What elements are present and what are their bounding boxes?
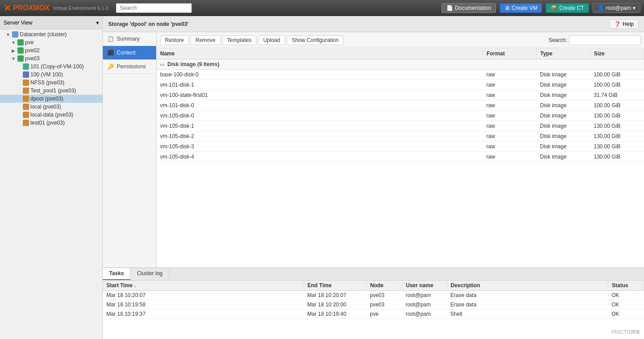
left-nav: 📋 Summary ⬛ Content 🔑 Permissions <box>103 32 157 268</box>
group-row-disk-image[interactable]: ▭ Disk image (9 Items) <box>157 59 644 70</box>
nav-item-permissions[interactable]: 🔑 Permissions <box>103 60 156 74</box>
ct-icon: 📦 <box>551 5 557 11</box>
sidebar-item-testpool1[interactable]: Test_pool1 (pve03) <box>0 87 102 95</box>
log-col-node[interactable]: Node <box>366 280 402 291</box>
show-config-button[interactable]: Show Configuration <box>287 35 343 45</box>
log-cell-status: OK <box>608 310 644 319</box>
sidebar-item-101[interactable]: 101 (Copy-of-VM-100) <box>0 63 102 71</box>
sidebar-item-100[interactable]: 100 (VM 100) <box>0 71 102 79</box>
help-button[interactable]: ❓ Help <box>609 19 639 29</box>
nav-item-content[interactable]: ⬛ Content <box>103 46 156 60</box>
sidebar-item-pve03[interactable]: ▼ pve03 <box>0 54 102 63</box>
logo-icon: ✕ <box>4 3 11 13</box>
table-row[interactable]: base-100-disk-0 raw Disk image 100.00 Gi… <box>157 70 644 80</box>
cell-name: vm-105-disk-2 <box>157 131 483 142</box>
right-content: Restore Remove Templates Upload Show Con… <box>157 32 644 268</box>
sidebar-item-dpool[interactable]: dpool (pve03) <box>0 95 102 103</box>
content-search-input[interactable] <box>569 35 640 45</box>
log-cell-desc: Shell <box>447 310 608 319</box>
log-row[interactable]: Mar 18 10:19:58 Mar 18 10:20:00 pve03 ro… <box>103 300 644 310</box>
cell-name: vm-101-disk-0 <box>157 100 483 111</box>
storage-label: local-data (pve03) <box>30 112 73 118</box>
log-col-user[interactable]: User name <box>402 280 447 291</box>
log-col-end[interactable]: End Time <box>304 280 366 291</box>
datacenter-label: Datacenter (cluster) <box>20 31 67 38</box>
create-ct-button[interactable]: 📦 Create CT <box>546 3 589 13</box>
cell-name: vm-105-disk-3 <box>157 142 483 152</box>
bottom-panel: Tasks Cluster log Start Time ↓ End Time … <box>103 268 644 339</box>
vm-label: 100 (VM 100) <box>30 71 63 78</box>
toolbar: Restore Remove Templates Upload Show Con… <box>157 32 644 48</box>
sidebar-item-nfss[interactable]: NFSS (pve03) <box>0 79 102 87</box>
storage-icon <box>23 80 29 86</box>
col-format[interactable]: Format <box>483 48 537 59</box>
cell-type: Disk image <box>537 142 590 152</box>
table-row[interactable]: vm-105-disk-0 raw Disk image 130.00 GiB <box>157 111 644 121</box>
log-cell-user: root@pam <box>402 310 447 319</box>
col-size[interactable]: Size <box>590 48 644 59</box>
col-name[interactable]: Name <box>157 48 483 59</box>
log-cell-status: OK <box>608 300 644 310</box>
log-col-status[interactable]: Status <box>608 280 644 291</box>
col-type[interactable]: Type <box>537 48 590 59</box>
sort-icon: ↓ <box>134 284 136 288</box>
sidebar-item-datacenter[interactable]: ▼ Datacenter (cluster) <box>0 30 102 38</box>
documentation-button[interactable]: 📄 Documentation <box>441 3 496 13</box>
cell-type: Disk image <box>537 70 590 80</box>
sidebar-item-local-data[interactable]: local-data (pve03) <box>0 111 102 119</box>
doc-icon: 📄 <box>446 5 453 11</box>
sidebar-item-pve02[interactable]: ▶ pve02 <box>0 46 102 54</box>
create-vm-button[interactable]: 🖥 Create VM <box>500 3 542 13</box>
table-row[interactable]: vm-105-disk-2 raw Disk image 130.00 GiB <box>157 131 644 142</box>
table-row[interactable]: vm-101-disk-1 raw Disk image 100.00 GiB <box>157 80 644 90</box>
tab-cluster-log[interactable]: Cluster log <box>131 268 169 280</box>
permissions-icon: 🔑 <box>107 63 114 70</box>
table-row[interactable]: vm-100-state-first01 raw Disk image 31.7… <box>157 90 644 100</box>
restore-button[interactable]: Restore <box>160 35 189 45</box>
content-icon: ⬛ <box>107 50 114 56</box>
sidebar-item-local[interactable]: local (pve03) <box>0 103 102 111</box>
user-menu-button[interactable]: 👤 root@pam ▾ <box>593 3 640 13</box>
remove-button[interactable]: Remove <box>191 35 220 45</box>
upload-button[interactable]: Upload <box>258 35 285 45</box>
table-row[interactable]: vm-105-disk-1 raw Disk image 130.00 GiB <box>157 121 644 131</box>
table-row[interactable]: vm-101-disk-0 raw Disk image 100.00 GiB <box>157 100 644 111</box>
cell-size: 130.00 GiB <box>590 111 644 121</box>
sidebar-item-pve[interactable]: ▼ pve <box>0 38 102 46</box>
logo-ve-text: Virtual Environment 6.1-3 <box>53 5 109 11</box>
log-cell-end: Mar 18 10:20:00 <box>304 300 366 310</box>
table-row[interactable]: vm-105-disk-4 raw Disk image 130.00 GiB <box>157 152 644 162</box>
log-col-start[interactable]: Start Time ↓ <box>103 280 304 291</box>
cell-format: raw <box>483 131 537 142</box>
templates-button[interactable]: Templates <box>222 35 257 45</box>
sidebar-item-test01[interactable]: test01 (pve03) <box>0 119 102 127</box>
storage-icon <box>23 96 29 102</box>
chevron-down-icon: ▾ <box>96 20 99 26</box>
storage-icon <box>23 88 29 94</box>
cell-format: raw <box>483 80 537 90</box>
nav-item-summary[interactable]: 📋 Summary <box>103 32 156 46</box>
cell-name: vm-100-state-first01 <box>157 90 483 100</box>
cell-format: raw <box>483 90 537 100</box>
log-cell-desc: Erase data <box>447 291 608 300</box>
ct-icon <box>23 63 29 70</box>
search-label: Search: <box>549 37 567 43</box>
topbar: ✕ PROXMOX Virtual Environment 6.1-3 📄 Do… <box>0 0 644 16</box>
log-row[interactable]: Mar 18 10:19:37 Mar 18 10:19:40 pve root… <box>103 310 644 319</box>
cell-size: 130.00 GiB <box>590 152 644 162</box>
log-row[interactable]: Mar 18 10:20:07 Mar 18 10:20:07 pve03 ro… <box>103 291 644 300</box>
watermark: ©51CTO博客 <box>611 329 640 335</box>
global-search-input[interactable] <box>116 3 192 13</box>
summary-icon: 📋 <box>107 36 114 42</box>
server-view-header[interactable]: Server View ▾ <box>0 16 102 29</box>
table-row[interactable]: vm-105-disk-3 raw Disk image 130.00 GiB <box>157 142 644 152</box>
node-icon <box>17 39 24 46</box>
page-title: Storage 'dpool' on node 'pve03' <box>108 21 188 27</box>
vm-icon: 🖥 <box>504 5 510 11</box>
logo: ✕ PROXMOX Virtual Environment 6.1-3 <box>4 3 109 13</box>
log-col-desc[interactable]: Description <box>447 280 608 291</box>
storage-label: NFSS (pve03) <box>30 80 64 86</box>
tab-tasks[interactable]: Tasks <box>103 268 131 280</box>
cell-name: vm-101-disk-1 <box>157 80 483 90</box>
cell-size: 130.00 GiB <box>590 131 644 142</box>
